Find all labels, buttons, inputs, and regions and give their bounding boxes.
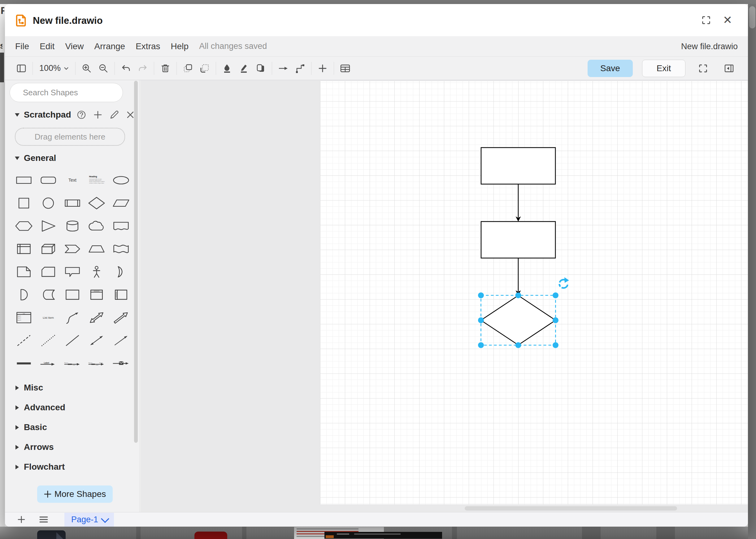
shadow-icon[interactable] — [252, 60, 269, 77]
zoom-dropdown[interactable]: 100% — [36, 63, 72, 73]
shape-curve[interactable] — [60, 306, 85, 329]
diagram-canvas[interactable] — [320, 81, 748, 504]
fullscreen-icon[interactable] — [695, 60, 712, 77]
shape-triangle[interactable] — [36, 214, 60, 237]
shape-bidirectional-connector[interactable] — [85, 329, 109, 352]
shape-directional-connector[interactable] — [109, 329, 133, 352]
shape-rounded-rectangle[interactable] — [36, 169, 60, 192]
shape-cube[interactable] — [36, 237, 60, 260]
help-icon[interactable] — [77, 110, 86, 119]
shape-dotted-line[interactable] — [36, 329, 60, 352]
add-page-icon[interactable] — [14, 512, 29, 527]
horizontal-scrollbar[interactable] — [465, 506, 677, 510]
rotate-handle-icon[interactable] — [559, 277, 569, 288]
window-fullscreen-icon[interactable] — [701, 15, 711, 25]
shape-vertical-container[interactable] — [85, 283, 109, 306]
shape-list-item[interactable]: List Item — [36, 306, 60, 329]
menu-edit[interactable]: Edit — [40, 41, 54, 51]
shape-cloud[interactable] — [85, 214, 109, 237]
more-shapes-button[interactable]: More Shapes — [37, 486, 113, 503]
line-color-icon[interactable] — [236, 60, 252, 77]
shape-parallelogram[interactable] — [109, 192, 133, 214]
pages-menu-icon[interactable] — [37, 512, 51, 527]
shape-step[interactable] — [60, 237, 85, 260]
connection-arrow-icon[interactable] — [275, 60, 292, 77]
to-front-icon[interactable] — [180, 60, 196, 77]
scratchpad-dropzone[interactable]: Drag elements here — [15, 128, 125, 146]
menu-help[interactable]: Help — [171, 41, 189, 51]
shape-and[interactable] — [12, 283, 36, 306]
shape-line[interactable] — [60, 329, 85, 352]
collapse-format-panel-icon[interactable] — [721, 60, 737, 77]
shape-circle[interactable] — [36, 192, 60, 214]
shape-arrow-source-target[interactable]: SourceLabelTarget — [85, 352, 109, 375]
shape-cylinder[interactable] — [60, 214, 85, 237]
section-arrows[interactable]: Arrows — [5, 437, 140, 457]
table-icon[interactable] — [337, 60, 354, 77]
sidebar-scrollbar[interactable] — [134, 81, 138, 443]
shape-arrow-with-label[interactable]: Label — [36, 352, 60, 375]
search-input[interactable] — [22, 88, 127, 98]
section-advanced[interactable]: Advanced — [5, 398, 140, 418]
background-letter-s: s — [0, 41, 2, 50]
shape-container[interactable] — [60, 283, 85, 306]
toggle-shapes-panel-icon[interactable] — [13, 60, 30, 77]
shape-square[interactable] — [12, 192, 36, 214]
shape-dashed-line[interactable] — [12, 329, 36, 352]
flow-rectangle-2[interactable] — [481, 221, 555, 258]
shape-text[interactable]: Text — [60, 169, 85, 192]
section-flowchart[interactable]: Flowchart — [5, 457, 140, 477]
shape-link[interactable] — [12, 352, 36, 375]
shape-bidirectional-arrow[interactable] — [85, 306, 109, 329]
shape-or[interactable] — [109, 260, 133, 283]
menu-arrange[interactable]: Arrange — [94, 41, 126, 51]
undo-icon[interactable] — [118, 60, 134, 77]
page-tab[interactable]: Page-1 — [64, 513, 114, 527]
shape-document[interactable] — [109, 214, 133, 237]
save-button[interactable]: Save — [588, 60, 633, 77]
delete-icon[interactable] — [157, 60, 174, 77]
shape-textbox[interactable]: HeadingLorem ipsum dolor sit amet,consec… — [85, 169, 109, 192]
shape-rectangle[interactable] — [12, 169, 36, 192]
shape-diamond[interactable] — [85, 192, 109, 214]
waypoint-connector-icon[interactable] — [292, 60, 308, 77]
zoom-in-icon[interactable] — [78, 60, 95, 77]
svg-text:Item 1: Item 1 — [18, 315, 21, 317]
shape-card[interactable] — [36, 260, 60, 283]
shape-list[interactable]: ListItem 1Item 2Item 3 — [12, 306, 36, 329]
shape-actor[interactable] — [85, 260, 109, 283]
to-back-icon[interactable] — [196, 60, 213, 77]
scratchpad-header[interactable]: Scratchpad — [5, 109, 140, 121]
search-shapes-field[interactable] — [10, 83, 123, 102]
shape-data-storage[interactable] — [36, 283, 60, 306]
shape-note[interactable] — [12, 260, 36, 283]
menu-view[interactable]: View — [65, 41, 84, 51]
shape-hexagon[interactable] — [12, 214, 36, 237]
shape-internal-storage[interactable] — [12, 237, 36, 260]
separator — [75, 62, 76, 75]
shape-process[interactable] — [60, 192, 85, 214]
add-icon[interactable] — [94, 111, 102, 119]
general-section-header[interactable]: General — [5, 152, 140, 164]
shape-arrow[interactable] — [109, 306, 133, 329]
shape-horizontal-container[interactable] — [109, 283, 133, 306]
shape-callout[interactable] — [60, 260, 85, 283]
insert-icon[interactable] — [314, 60, 331, 77]
shape-arrow-source-label[interactable]: SourceLabel — [60, 352, 85, 375]
zoom-out-icon[interactable] — [95, 60, 112, 77]
section-basic[interactable]: Basic — [5, 418, 140, 437]
window-close-icon[interactable]: ✕ — [722, 15, 732, 25]
menu-file[interactable]: File — [15, 41, 29, 51]
shape-trapezoid[interactable] — [85, 237, 109, 260]
exit-button[interactable]: Exit — [642, 60, 685, 77]
fill-color-icon[interactable] — [219, 60, 236, 77]
shape-arrow-envelope[interactable] — [109, 352, 133, 375]
close-icon[interactable] — [126, 111, 134, 119]
section-misc[interactable]: Misc — [5, 378, 140, 398]
edit-pencil-icon[interactable] — [110, 110, 119, 119]
shape-ellipse[interactable] — [109, 169, 133, 192]
flow-diamond-selected[interactable] — [481, 295, 556, 345]
shape-tape[interactable] — [109, 237, 133, 260]
menu-extras[interactable]: Extras — [135, 41, 160, 51]
flow-rectangle-1[interactable] — [481, 148, 555, 184]
